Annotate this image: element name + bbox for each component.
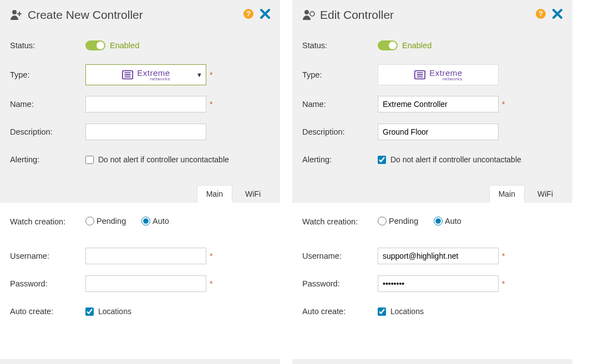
username-input[interactable] [378, 248, 499, 264]
alerting-label: Alerting: [10, 155, 85, 164]
status-value: Enabled [402, 41, 431, 50]
form-main-section: Watch creation: Pending Auto Username: [292, 203, 572, 359]
tab-main[interactable]: Main [489, 185, 525, 203]
type-select[interactable]: Extreme networks ▼ [85, 64, 206, 85]
chevron-down-icon: ▼ [196, 71, 202, 78]
close-icon[interactable] [552, 8, 562, 22]
svg-rect-2 [17, 13, 22, 14]
status-toggle[interactable] [85, 40, 105, 50]
description-input[interactable] [85, 124, 206, 140]
required-asterisk: * [502, 252, 505, 260]
password-label: Password: [302, 279, 378, 288]
name-input[interactable] [85, 96, 206, 112]
status-label: Status: [302, 41, 378, 50]
tab-wifi[interactable]: WiFi [528, 185, 562, 203]
username-input[interactable] [85, 248, 206, 264]
edit-controller-panel: Edit Controller ? Status: Enabled Type: [292, 0, 572, 364]
username-label: Username: [10, 252, 85, 260]
description-input[interactable] [378, 124, 499, 140]
panel-header: Create New Controller ? [0, 0, 280, 28]
radio-pending-label: Pending [97, 217, 126, 225]
alerting-checkbox-label: Do not alert if controller uncontactable [98, 155, 229, 164]
password-label: Password: [10, 279, 85, 288]
description-label: Description: [302, 127, 378, 136]
watch-creation-label: Watch creation: [10, 217, 85, 226]
radio-pending[interactable] [378, 217, 387, 225]
type-label: Type: [10, 70, 85, 79]
name-label: Name: [10, 100, 85, 109]
alerting-label: Alerting: [302, 155, 378, 164]
create-controller-panel: Create New Controller ? Status: Enabled … [0, 0, 280, 364]
password-input[interactable] [85, 275, 206, 292]
svg-text:?: ? [246, 9, 251, 18]
watch-creation-label: Watch creation: [302, 217, 378, 226]
autocreate-checkbox-label: Locations [98, 307, 131, 316]
extreme-logo: Extreme networks [121, 69, 170, 81]
panel-title: Create New Controller [28, 8, 243, 22]
status-value: Enabled [110, 41, 139, 50]
autocreate-label: Auto create: [302, 307, 378, 316]
close-icon[interactable] [260, 8, 270, 22]
type-logo-subtext: networks [429, 77, 462, 81]
svg-point-0 [12, 10, 17, 14]
radio-auto-label: Auto [445, 217, 461, 225]
help-icon[interactable]: ? [243, 9, 253, 22]
alerting-checkbox[interactable] [85, 156, 94, 164]
required-asterisk: * [210, 252, 212, 260]
required-asterisk: * [210, 70, 212, 79]
tabs: Main WiFi [292, 185, 572, 203]
type-logo-text: Extreme [137, 69, 170, 77]
alerting-checkbox[interactable] [378, 156, 386, 164]
form-main-section: Watch creation: Pending Auto Username: [0, 203, 280, 359]
extreme-logo: Extreme networks [414, 69, 462, 81]
form-top-section: Status: Enabled Type: Extreme networks [292, 28, 572, 183]
radio-auto[interactable] [434, 217, 443, 225]
panel-footer: Delete ✔ Save Cancel [292, 359, 572, 364]
type-display: Extreme networks [378, 64, 499, 85]
autocreate-label: Auto create: [10, 307, 85, 316]
alerting-checkbox-label: Do not alert if controller uncontactable [390, 155, 521, 164]
required-asterisk: * [502, 100, 505, 109]
name-input[interactable] [378, 96, 499, 112]
password-input[interactable] [378, 275, 499, 292]
autocreate-checkbox-label: Locations [390, 307, 424, 316]
panel-footer: ✔ Save Cancel [0, 360, 280, 364]
user-gear-icon [302, 9, 316, 22]
form-top-section: Status: Enabled Type: Extreme networks [0, 28, 280, 183]
name-label: Name: [302, 100, 378, 109]
type-logo-subtext: networks [137, 77, 170, 81]
radio-pending[interactable] [85, 217, 94, 225]
radio-auto[interactable] [141, 217, 150, 225]
username-label: Username: [302, 252, 378, 260]
status-toggle[interactable] [378, 40, 398, 50]
autocreate-checkbox[interactable] [378, 307, 386, 316]
radio-auto-label: Auto [153, 217, 169, 225]
autocreate-checkbox[interactable] [85, 307, 94, 316]
tab-main[interactable]: Main [197, 185, 232, 203]
tab-wifi[interactable]: WiFi [236, 185, 270, 203]
description-label: Description: [10, 127, 85, 136]
panel-title: Edit Controller [320, 8, 536, 22]
help-icon[interactable]: ? [536, 9, 546, 22]
svg-point-6 [304, 10, 309, 14]
tabs: Main WiFi [0, 185, 280, 203]
type-logo-text: Extreme [429, 69, 462, 77]
required-asterisk: * [210, 100, 212, 109]
type-label: Type: [302, 70, 378, 79]
status-label: Status: [10, 41, 85, 50]
radio-pending-label: Pending [389, 217, 418, 225]
required-asterisk: * [502, 279, 505, 288]
panel-header: Edit Controller ? [292, 0, 572, 28]
svg-text:?: ? [539, 9, 543, 18]
user-plus-icon [10, 9, 23, 22]
required-asterisk: * [210, 279, 212, 288]
